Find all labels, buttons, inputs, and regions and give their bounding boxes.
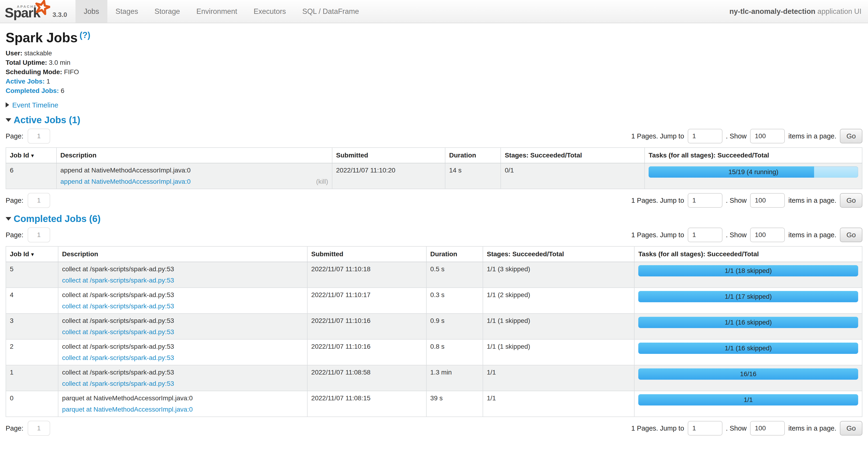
summary-info-item: Completed Jobs: 6	[6, 86, 862, 95]
page-number-input[interactable]	[28, 421, 50, 436]
page-label: Page:	[6, 132, 24, 140]
column-header-job-id[interactable]: Job Id▾	[6, 247, 58, 262]
job-description-text: collect at /spark-scripts/spark-ad.py:53	[62, 291, 303, 299]
collapsed-arrow-icon	[6, 102, 9, 108]
summary-info-item: User: stackable	[6, 49, 862, 58]
page-title-text: Spark Jobs	[6, 30, 78, 45]
summary-info-label: Scheduling Mode:	[6, 68, 62, 76]
job-stages-cell: 1/1	[483, 391, 634, 417]
items-per-page-input[interactable]	[750, 129, 785, 143]
column-header-tasks-for-all-stages-succeeded-total[interactable]: Tasks (for all stages): Succeeded/Total	[645, 148, 862, 163]
summary-info-item: Scheduling Mode: FIFO	[6, 67, 862, 77]
completed-jobs-header-text: Completed Jobs (6)	[13, 214, 100, 224]
job-detail-link[interactable]: collect at /spark-scripts/spark-ad.py:53	[62, 354, 174, 362]
job-detail-link[interactable]: collect at /spark-scripts/spark-ad.py:53	[62, 277, 174, 284]
job-detail-link[interactable]: collect at /spark-scripts/spark-ad.py:53	[62, 328, 174, 336]
job-row: 0parquet at NativeMethodAccessorImpl.jav…	[6, 391, 862, 417]
show-text: . Show	[726, 231, 747, 239]
completed-jobs-section-header[interactable]: Completed Jobs (6)	[6, 214, 862, 224]
show-text: . Show	[726, 425, 747, 432]
pages-total-text: 1 Pages. Jump to	[631, 425, 684, 432]
items-per-page-input[interactable]	[750, 228, 785, 242]
summary-info-label[interactable]: Active Jobs:	[6, 78, 45, 85]
items-per-page-input[interactable]	[750, 193, 785, 208]
jump-to-page-input[interactable]	[688, 129, 722, 143]
tab-stages[interactable]: Stages	[107, 0, 147, 23]
pages-total-text: 1 Pages. Jump to	[631, 231, 684, 239]
tasks-progress-bar: 1/1 (17 skipped)	[638, 291, 858, 302]
column-header-stages-succeeded-total[interactable]: Stages: Succeeded/Total	[483, 247, 634, 262]
column-header-submitted[interactable]: Submitted	[307, 247, 426, 262]
page-selector: Page:	[6, 129, 50, 144]
spark-version: 3.3.0	[53, 11, 67, 21]
kill-link[interactable]: (kill)	[316, 178, 328, 186]
column-header-description[interactable]: Description	[58, 247, 307, 262]
job-description-text: collect at /spark-scripts/spark-ad.py:53	[62, 343, 303, 350]
job-description-cell: collect at /spark-scripts/spark-ad.py:53…	[58, 365, 307, 391]
page-label: Page:	[6, 197, 24, 204]
job-detail-link[interactable]: append at NativeMethodAccessorImpl.java:…	[60, 178, 191, 186]
job-submitted-cell: 2022/11/07 11:10:16	[307, 339, 426, 365]
job-description-cell: collect at /spark-scripts/spark-ad.py:53…	[58, 339, 307, 365]
tab-sql-dataframe[interactable]: SQL / DataFrame	[294, 0, 367, 23]
job-tasks-cell: 1/1	[634, 391, 862, 417]
job-id-cell: 2	[6, 339, 58, 365]
tasks-progress-label: 1/1	[638, 394, 858, 405]
page-selector: Page:	[6, 227, 50, 243]
tasks-progress-label: 16/16	[638, 368, 858, 380]
column-header-duration[interactable]: Duration	[426, 247, 483, 262]
completed-jobs-table: Job Id▾DescriptionSubmittedDurationStage…	[6, 246, 862, 417]
job-detail-link[interactable]: parquet at NativeMethodAccessorImpl.java…	[62, 405, 193, 414]
tasks-progress-bar: 15/19 (4 running)	[649, 166, 858, 178]
active-jobs-section-header[interactable]: Active Jobs (1)	[6, 115, 862, 125]
tasks-progress-label: 1/1 (17 skipped)	[638, 291, 858, 302]
app-title-suffix: application UI	[815, 7, 862, 16]
column-header-tasks-for-all-stages-succeeded-total[interactable]: Tasks (for all stages): Succeeded/Total	[634, 247, 862, 262]
summary-info-list: User: stackableTotal Uptime: 3.0 minSche…	[6, 49, 862, 95]
tasks-progress-label: 1/1 (18 skipped)	[638, 265, 858, 277]
tab-environment[interactable]: Environment	[188, 0, 245, 23]
column-header-stages-succeeded-total[interactable]: Stages: Succeeded/Total	[501, 148, 645, 163]
page-title: Spark Jobs(?)	[6, 30, 862, 45]
go-button[interactable]: Go	[840, 129, 862, 143]
job-submitted-cell: 2022/11/07 11:10:17	[307, 288, 426, 313]
pagination-controls: 1 Pages. Jump to . Show items in a page.…	[631, 421, 862, 435]
event-timeline-toggle[interactable]: Event Timeline	[6, 101, 862, 109]
job-duration-cell: 0.8 s	[426, 339, 483, 365]
items-per-page-text: items in a page.	[788, 197, 836, 204]
page-number-input[interactable]	[28, 129, 50, 144]
tab-storage[interactable]: Storage	[146, 0, 188, 23]
column-header-submitted[interactable]: Submitted	[332, 148, 445, 163]
summary-info-label: Total Uptime:	[6, 59, 47, 66]
jump-to-page-input[interactable]	[688, 193, 722, 208]
column-header-job-id[interactable]: Job Id▾	[6, 148, 57, 163]
go-button[interactable]: Go	[840, 228, 862, 242]
column-header-duration[interactable]: Duration	[445, 148, 501, 163]
jump-to-page-input[interactable]	[688, 228, 722, 242]
active-jobs-table: Job Id▾DescriptionSubmittedDurationStage…	[6, 147, 862, 189]
job-duration-cell: 0.3 s	[426, 288, 483, 313]
items-per-page-text: items in a page.	[788, 425, 836, 432]
sort-desc-icon: ▾	[31, 152, 34, 159]
job-stages-cell: 1/1	[483, 365, 634, 391]
job-row: 2collect at /spark-scripts/spark-ad.py:5…	[6, 339, 862, 365]
job-stages-cell: 1/1 (2 skipped)	[483, 288, 634, 313]
page-number-input[interactable]	[28, 227, 50, 243]
tab-executors[interactable]: Executors	[245, 0, 294, 23]
help-tooltip-link[interactable]: (?)	[80, 30, 90, 40]
go-button[interactable]: Go	[840, 193, 862, 208]
job-submitted-cell: 2022/11/07 11:10:16	[307, 313, 426, 339]
items-per-page-input[interactable]	[750, 421, 785, 435]
page-selector: Page:	[6, 421, 50, 436]
go-button[interactable]: Go	[840, 421, 862, 435]
job-row: 6append at NativeMethodAccessorImpl.java…	[6, 163, 862, 189]
job-row: 5collect at /spark-scripts/spark-ad.py:5…	[6, 262, 862, 288]
tab-jobs[interactable]: Jobs	[75, 0, 107, 23]
job-tasks-cell: 1/1 (16 skipped)	[634, 339, 862, 365]
page-number-input[interactable]	[28, 193, 50, 208]
column-header-description[interactable]: Description	[57, 148, 332, 163]
summary-info-label[interactable]: Completed Jobs:	[6, 87, 59, 94]
jump-to-page-input[interactable]	[688, 421, 722, 435]
job-detail-link[interactable]: collect at /spark-scripts/spark-ad.py:53	[62, 380, 174, 388]
job-detail-link[interactable]: collect at /spark-scripts/spark-ad.py:53	[62, 302, 174, 310]
